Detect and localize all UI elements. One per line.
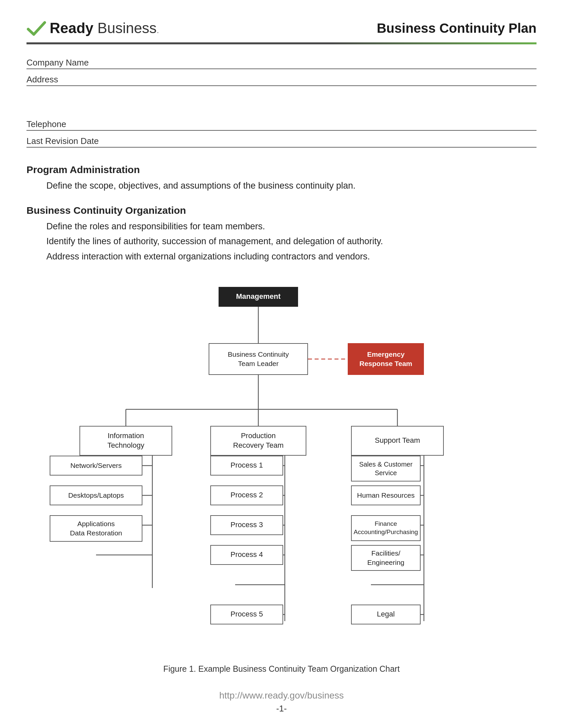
process2-box: Process 2 [210,485,283,505]
logo-area: Ready Business. [26,20,159,36]
header-divider [26,42,537,44]
checkmark-icon [26,20,46,36]
bc-org-heading: Business Continuity Organization [26,205,537,216]
page-header: Ready Business. Business Continuity Plan [26,20,537,36]
org-chart-container: Management Business ContinuityTeam Leade… [50,277,513,674]
address-label: Address [26,74,537,85]
form-section-2: Telephone Last Revision Date [26,119,537,151]
last-revision-label: Last Revision Date [26,136,537,146]
telephone-field[interactable]: Telephone [26,119,537,134]
hr-box: Human Resources [351,485,421,505]
process1-box: Process 1 [210,456,283,476]
bc-org-text-3: Address interaction with external organi… [46,250,537,264]
program-admin-text: Define the scope, objectives, and assump… [46,179,537,193]
sales-box: Sales & CustomerService [351,456,421,481]
bc-org-section: Business Continuity Organization Define … [26,205,537,264]
last-revision-underline [26,147,537,148]
process3-box: Process 3 [210,515,283,535]
bc-org-text-2: Identify the lines of authority, success… [46,234,537,249]
logo-ready: Ready [50,20,93,36]
telephone-underline [26,130,537,131]
footer-url: http://www.ready.gov/business [26,690,537,701]
footer-page: -1- [26,704,537,714]
management-box: Management [218,287,298,307]
form-section: Company Name Address [26,58,537,89]
process5-box: Process 5 [210,605,283,624]
logo-business: Business [97,20,157,36]
footer: http://www.ready.gov/business -1- [26,690,537,714]
org-chart: Management Business ContinuityTeam Leade… [50,277,513,658]
info-tech-box: InformationTechnology [79,426,172,456]
bc-org-body: Define the roles and responsibilities fo… [26,219,537,264]
figure-caption: Figure 1. Example Business Continuity Te… [50,664,513,674]
program-admin-body: Define the scope, objectives, and assump… [26,179,537,193]
process4-box: Process 4 [210,545,283,565]
network-box: Network/Servers [50,456,142,476]
legal-box: Legal [351,605,421,624]
finance-box: FinanceAccounting/Purchasing [351,515,421,541]
program-admin-section: Program Administration Define the scope,… [26,164,537,193]
address-field[interactable]: Address [26,74,537,89]
company-name-underline [26,68,537,69]
prod-recovery-box: ProductionRecovery Team [210,426,306,456]
company-name-label: Company Name [26,58,537,68]
last-revision-field[interactable]: Last Revision Date [26,136,537,151]
page-title: Business Continuity Plan [377,21,537,36]
facilities-box: Facilities/Engineering [351,545,421,571]
desktops-box: Desktops/Laptops [50,485,142,505]
telephone-label: Telephone [26,119,537,129]
company-name-field[interactable]: Company Name [26,58,537,72]
support-team-box: Support Team [351,426,444,456]
program-admin-heading: Program Administration [26,164,537,175]
bc-leader-box: Business ContinuityTeam Leader [209,343,308,375]
app-data-box: ApplicationsData Restoration [50,515,142,542]
address-underline [26,85,537,86]
bc-org-text-1: Define the roles and responsibilities fo… [46,219,537,234]
form-spacer [26,103,537,119]
logo-dot: . [157,25,159,35]
emergency-box: EmergencyResponse Team [348,343,424,375]
